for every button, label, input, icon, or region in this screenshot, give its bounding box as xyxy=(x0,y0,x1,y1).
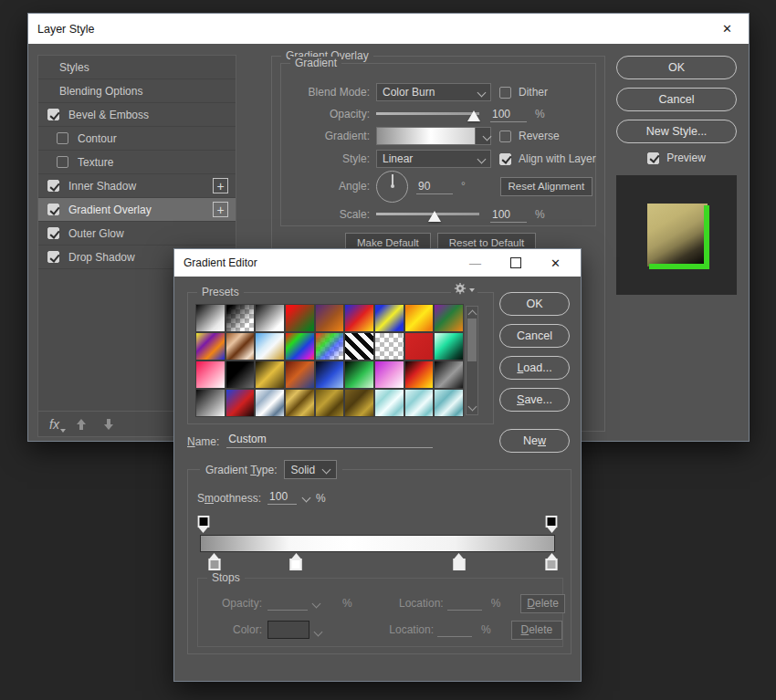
gradient-preset-violet-pink-white[interactable] xyxy=(375,361,404,388)
opacity-location-field[interactable] xyxy=(447,597,482,611)
reset-alignment-button[interactable]: Reset Alignment xyxy=(500,177,592,196)
gradient-preset-black-gray[interactable] xyxy=(226,361,255,388)
color-stop[interactable] xyxy=(546,553,558,571)
gradient-preset-pale-cyan-2[interactable] xyxy=(405,390,434,416)
gradient-preset-yellow-violet-orange-blue[interactable] xyxy=(196,333,225,360)
move-effect-up-icon[interactable] xyxy=(76,419,87,430)
opacity-value[interactable]: 100 xyxy=(490,107,527,122)
ok-button[interactable]: OK xyxy=(616,56,737,79)
gradient-preset-gold-stripes[interactable] xyxy=(286,390,314,416)
layer-style-titlebar[interactable]: Layer Style ✕ xyxy=(28,14,749,44)
gradient-preset-black-white-2[interactable] xyxy=(256,305,284,331)
gradient-preset-spectrum[interactable] xyxy=(286,333,314,360)
add-effect-button[interactable]: + xyxy=(213,202,228,217)
close-icon[interactable]: ✕ xyxy=(715,22,739,36)
sidebar-item-bevel-emboss[interactable]: Bevel & Emboss xyxy=(38,103,236,127)
reverse-checkbox[interactable] xyxy=(499,131,511,142)
new-button[interactable]: New xyxy=(499,429,570,453)
smoothness-value[interactable]: 100 xyxy=(267,490,297,505)
sidebar-item-texture[interactable]: Texture xyxy=(38,151,236,174)
ge-ok-button[interactable]: OK xyxy=(499,292,570,316)
gradient-preset-blue-red-black[interactable] xyxy=(226,390,255,416)
scale-value[interactable]: 100 xyxy=(490,207,527,223)
gradient-preset-purple-green-orange[interactable] xyxy=(435,305,463,331)
opacity-stop[interactable] xyxy=(197,516,209,528)
color-stop[interactable] xyxy=(453,553,465,571)
name-input[interactable]: Custom xyxy=(226,433,433,448)
gradient-preset-orange-yellow-orange[interactable] xyxy=(405,305,434,331)
sidebar-item-outer-glow[interactable]: Outer Glow xyxy=(38,222,236,246)
gradient-bar[interactable] xyxy=(200,535,555,552)
gradient-preset-transparent[interactable] xyxy=(375,333,404,360)
stop-color-swatch[interactable] xyxy=(267,621,309,639)
effect-checkbox[interactable] xyxy=(57,132,68,144)
angle-value[interactable]: 90 xyxy=(416,179,453,194)
effect-checkbox[interactable] xyxy=(47,204,59,215)
scale-slider-handle[interactable] xyxy=(428,211,441,222)
add-effect-button[interactable]: + xyxy=(213,178,228,193)
gradient-preset-black-white[interactable] xyxy=(196,305,225,331)
style-select[interactable]: Linear xyxy=(376,150,491,168)
gradient-preset-red-green[interactable] xyxy=(286,305,314,331)
gradient-preset-black-gold[interactable] xyxy=(256,361,284,388)
save-button[interactable]: Save... xyxy=(499,388,570,412)
opacity-slider-handle[interactable] xyxy=(467,110,480,121)
color-location-field[interactable] xyxy=(437,623,472,637)
sidebar-item-inner-shadow[interactable]: Inner Shadow+ xyxy=(38,174,236,198)
gradient-preset-blue-white-gold[interactable] xyxy=(256,333,284,360)
gradient-preset-blue-yellow-blue[interactable] xyxy=(375,305,404,331)
opacity-slider[interactable] xyxy=(376,105,479,123)
presets-menu[interactable] xyxy=(451,282,477,295)
gradient-preset-pale-cyan-1[interactable] xyxy=(375,390,404,416)
delete-opacity-stop-button[interactable]: Delete xyxy=(520,594,565,613)
close-icon[interactable]: ✕ xyxy=(543,256,568,270)
gradient-type-select[interactable]: Solid xyxy=(284,460,338,479)
load-button[interactable]: Load... xyxy=(499,356,570,380)
color-stop[interactable] xyxy=(208,553,220,571)
gradient-preset-black-transparent[interactable] xyxy=(226,305,255,331)
maximize-icon[interactable] xyxy=(510,257,521,268)
gradient-preset-black-gray-black[interactable] xyxy=(435,361,463,388)
gradient-preset-bronze[interactable] xyxy=(345,390,373,416)
gradient-preset-blue-red-yellow[interactable] xyxy=(345,305,373,331)
gradient-preset-violet-orange[interactable] xyxy=(316,305,344,331)
fx-menu-icon[interactable]: fx xyxy=(49,417,59,432)
scrollbar-thumb[interactable] xyxy=(467,319,477,361)
effect-checkbox[interactable] xyxy=(47,227,59,239)
gradient-preset-red[interactable] xyxy=(405,333,434,360)
gradient-preset-dark-gold[interactable] xyxy=(316,390,344,416)
scroll-up-icon[interactable] xyxy=(468,310,477,319)
cancel-button[interactable]: Cancel xyxy=(616,88,737,111)
gradient-preset-black-white-stripes[interactable] xyxy=(345,333,373,360)
gradient-picker[interactable] xyxy=(376,127,491,145)
align-with-layer-checkbox[interactable] xyxy=(499,153,511,165)
gradient-editor-titlebar[interactable]: Gradient Editor — ✕ xyxy=(174,249,581,277)
gradient-preset-black-white-3[interactable] xyxy=(196,390,225,416)
blend-mode-select[interactable]: Color Burn xyxy=(376,83,491,101)
effect-checkbox[interactable] xyxy=(57,156,68,168)
sidebar-item-gradient-overlay[interactable]: Gradient Overlay+ xyxy=(38,198,236,222)
stop-opacity-field[interactable] xyxy=(267,597,308,611)
chevron-down-icon[interactable] xyxy=(302,494,311,503)
sidebar-item-contour[interactable]: Contour xyxy=(38,127,236,151)
gradient-preset-transparent-rainbow[interactable] xyxy=(316,333,344,360)
angle-dial[interactable] xyxy=(376,171,408,203)
delete-color-stop-button[interactable]: Delete xyxy=(511,621,562,640)
minimize-icon[interactable]: — xyxy=(462,256,488,270)
gradient-preset-pink-white[interactable] xyxy=(196,361,225,388)
sidebar-item-blending-options[interactable]: Blending Options xyxy=(38,79,236,103)
gradient-preset-chrome[interactable] xyxy=(256,390,284,416)
dither-checkbox[interactable] xyxy=(499,87,511,99)
gradient-preset-black-green[interactable] xyxy=(345,361,373,388)
presets-scrollbar[interactable] xyxy=(466,306,478,415)
ge-cancel-button[interactable]: Cancel xyxy=(499,324,570,348)
opacity-stop[interactable] xyxy=(546,516,558,528)
effect-checkbox[interactable] xyxy=(47,109,59,120)
gradient-preset-teal-black[interactable] xyxy=(435,333,463,360)
color-stop[interactable] xyxy=(290,553,302,571)
gradient-preset-teal-stripes[interactable] xyxy=(435,390,463,416)
gradient-preset-fire[interactable] xyxy=(405,361,434,388)
gradient-preset-black-blue[interactable] xyxy=(316,361,344,388)
new-style-button[interactable]: New Style... xyxy=(616,120,737,143)
move-effect-down-icon[interactable] xyxy=(103,419,114,430)
